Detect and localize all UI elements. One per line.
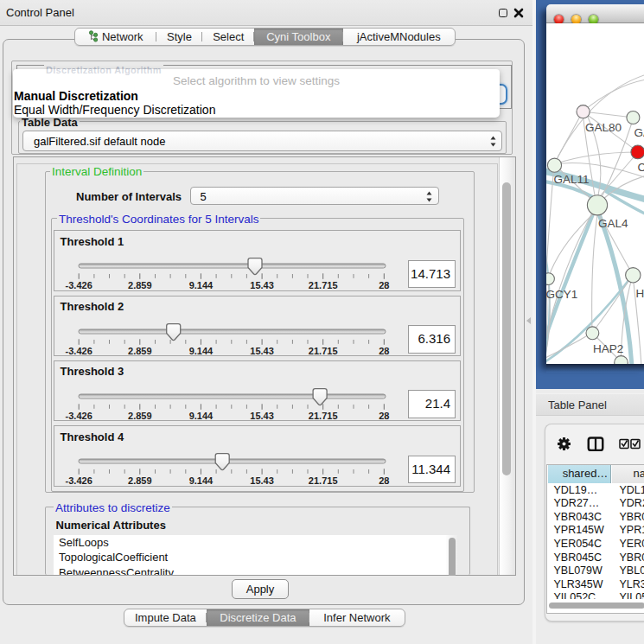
svg-text:GAL11: GAL11 [554, 173, 590, 186]
svg-text:GA: GA [634, 126, 644, 139]
svg-text:GAL80: GAL80 [585, 121, 622, 134]
svg-text:C: C [638, 161, 644, 174]
svg-text:HAP2: HAP2 [593, 342, 623, 355]
svg-text:H: H [636, 287, 644, 300]
svg-text:GCY1: GCY1 [546, 288, 577, 301]
svg-text:GAL4: GAL4 [598, 217, 628, 230]
